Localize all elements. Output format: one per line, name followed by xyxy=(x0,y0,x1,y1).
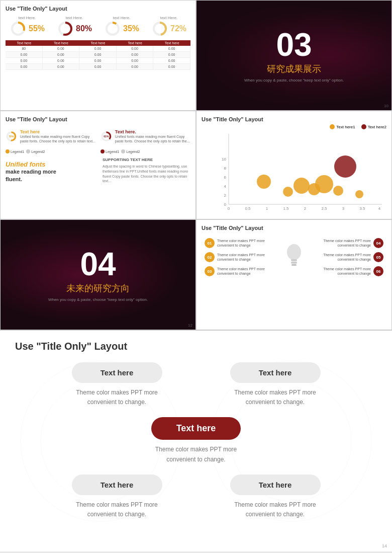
svg-text:4: 4 xyxy=(378,206,381,211)
bottom-left-title: Text here xyxy=(84,481,150,489)
svg-text:3.5: 3.5 xyxy=(359,206,365,211)
num-item-03: 03 Theme color makes PPT more convenient… xyxy=(205,266,278,276)
donut-item-2: text Here. 80% xyxy=(53,16,96,37)
table-row: 0.00 0.00 0.00 0.00 0.00 xyxy=(6,64,190,70)
svg-point-37 xyxy=(355,190,363,198)
donut-row: text Here. 55% text Here. 80 xyxy=(6,16,190,37)
large-slide: Use "Title Only" Layout Text here Theme … xyxy=(0,330,392,551)
num-item-01: 01 Theme color makes PPT more convenient… xyxy=(205,238,278,248)
small-slides-grid: Use "Title Only" Layout text Here. 55% t… xyxy=(0,0,392,219)
slide2-sub: When you copy & paste, choose "keep text… xyxy=(244,78,344,83)
pie-chart-2: 61% xyxy=(101,125,112,147)
donut-item-3: text Here. 35% xyxy=(100,16,143,37)
bubble-chart: 0 2 4 6 8 10 0 0.5 1 1.5 2 2.5 3 3.5 4 xyxy=(207,131,391,212)
slide-6-title: Use "Title Only" Layout xyxy=(202,225,386,231)
center-btn-text: Text here xyxy=(176,423,216,434)
slide5-cn-title: 未来的研究方向 xyxy=(66,282,130,294)
donut-chart-3 xyxy=(104,20,121,37)
svg-text:8: 8 xyxy=(224,166,227,171)
slide-3: Use "Title Only" Layout 76% Text here Un… xyxy=(0,111,196,219)
donut-chart-1 xyxy=(10,20,27,37)
num-item-04: 04 Theme color makes PPT more convenient… xyxy=(310,238,383,248)
top-left-card: Text here xyxy=(72,362,162,383)
top-right-desc: Theme color makes PPT moreconvenient to … xyxy=(234,388,316,407)
slide-6: Use "Title Only" Layout 01 Theme color m… xyxy=(196,219,392,330)
svg-text:1.5: 1.5 xyxy=(283,206,289,211)
top-left-card-area: Text here Theme color makes PPT moreconv… xyxy=(45,362,188,407)
slide-3-title: Use "Title Only" Layout xyxy=(6,116,190,122)
center-desc: Theme color makes PPT moreconvenient to … xyxy=(15,445,377,464)
bottom-right-title: Text here xyxy=(242,481,309,489)
donut-val-4: 72% xyxy=(170,24,186,33)
center-red-button: Text here xyxy=(151,417,241,440)
slide2-number: 03 xyxy=(276,29,312,61)
num-item-02: 02 Theme color makes PPT more convenient… xyxy=(205,252,278,262)
chart-legend: Text here1 Text here2 xyxy=(202,124,386,129)
svg-point-36 xyxy=(333,186,343,196)
top-right-card: Text here xyxy=(230,362,321,383)
donut-chart-2 xyxy=(57,20,74,37)
slide-number: 12 xyxy=(188,323,192,328)
donut-val-1: 55% xyxy=(29,24,45,33)
bottom-right-card: Text here xyxy=(230,475,321,495)
bulb-icon xyxy=(281,241,307,273)
large-slide-title: Use "Title Only" Layout xyxy=(15,341,377,352)
slide5-sub: When you copy & paste, choose "keep text… xyxy=(48,297,148,302)
pie-row: 76% Text here Unified fonts make reading… xyxy=(6,125,190,153)
svg-point-33 xyxy=(293,178,310,194)
unified-sub: make reading morefluent. xyxy=(6,168,93,184)
svg-text:6: 6 xyxy=(224,175,227,180)
slide-number: 14 xyxy=(382,543,387,548)
slide-1: Use "Title Only" Layout text Here. 55% t… xyxy=(0,0,196,111)
svg-point-4 xyxy=(107,23,119,35)
num-item-06: 06 Theme color makes PPT more convenient… xyxy=(310,266,383,276)
svg-text:0.5: 0.5 xyxy=(245,206,251,211)
slide2-cn-title: 研究成果展示 xyxy=(267,63,321,75)
supporting-text: Adjust the spacing in word to Chinese ty… xyxy=(103,164,190,184)
svg-point-38 xyxy=(334,155,356,178)
pie-item-2: 61% Text here. Unified fonts make readin… xyxy=(101,125,190,153)
pie-chart-1: 76% xyxy=(6,125,17,147)
top-left-title: Text here xyxy=(84,368,150,377)
legend-dot-2 xyxy=(361,124,366,129)
svg-text:1: 1 xyxy=(266,206,268,211)
slide-2: 03 研究成果展示 When you copy & paste, choose … xyxy=(196,0,392,111)
donut-item-1: text Here. 55% xyxy=(6,16,49,37)
bottom-left-desc: Theme color makes PPT moreconvenient to … xyxy=(76,500,158,519)
table-row: 0.00 0.00 0.00 0.00 0.00 xyxy=(6,58,190,64)
svg-point-35 xyxy=(315,175,333,193)
svg-point-31 xyxy=(257,175,271,189)
bottom-left-card-area: Text here Theme color makes PPT moreconv… xyxy=(45,475,188,519)
svg-text:3: 3 xyxy=(342,206,345,211)
donut-val-3: 35% xyxy=(123,24,139,33)
svg-rect-42 xyxy=(291,264,297,266)
table-header: Text here Text here Text here Text here … xyxy=(6,40,190,46)
table-row: 80 0.00 0.00 0.00 0.00 xyxy=(6,46,190,52)
top-right-card-area: Text here Theme color makes PPT moreconv… xyxy=(204,362,347,407)
unified-heading: Unified fonts xyxy=(6,161,93,168)
svg-text:61%: 61% xyxy=(104,135,109,138)
svg-text:2: 2 xyxy=(304,206,307,211)
bottom-right-card-area: Text here Theme color makes PPT moreconv… xyxy=(204,475,347,519)
svg-text:2.5: 2.5 xyxy=(321,206,327,211)
bottom-left-card: Text here xyxy=(72,475,162,495)
svg-text:4: 4 xyxy=(224,184,227,189)
num-item-05: 05 Theme color makes PPT more convenient… xyxy=(310,252,383,262)
supporting-title: SUPPORTING TEXT HERE xyxy=(103,157,190,162)
slide-5: 04 未来的研究方向 When you copy & paste, choose… xyxy=(0,219,196,330)
donut-chart-4 xyxy=(151,20,168,37)
svg-text:76%: 76% xyxy=(9,135,14,138)
svg-point-39 xyxy=(287,244,301,260)
slide-number: 10 xyxy=(384,104,388,108)
top-right-title: Text here xyxy=(242,368,309,377)
svg-text:0: 0 xyxy=(224,202,227,207)
svg-text:0: 0 xyxy=(228,206,230,211)
slide-4: Use "Title Only" Layout Text here1 Text … xyxy=(196,111,392,219)
table-row: 0.00 0.00 0.00 0.00 0.00 xyxy=(6,52,190,58)
legend-dot-1 xyxy=(330,124,335,129)
svg-text:10: 10 xyxy=(222,157,226,162)
donut-val-2: 80% xyxy=(76,24,92,33)
svg-point-32 xyxy=(283,187,293,197)
svg-text:2: 2 xyxy=(224,193,227,198)
svg-rect-40 xyxy=(291,259,297,261)
